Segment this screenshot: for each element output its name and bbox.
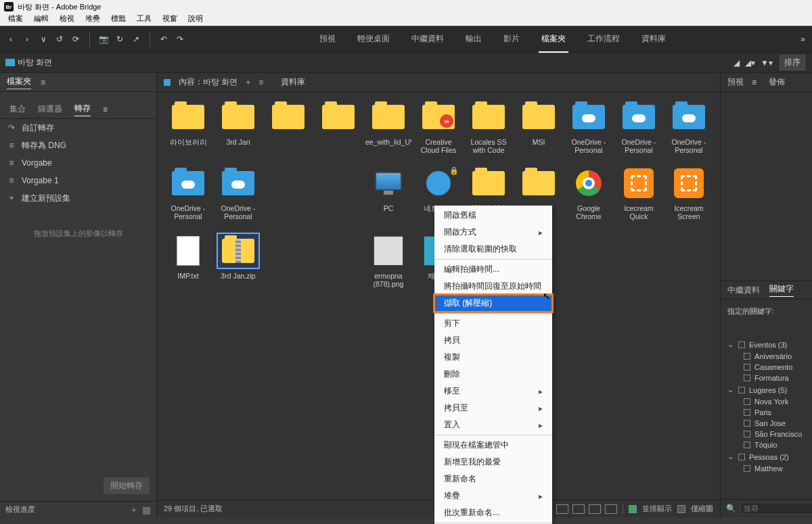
context-menu-item[interactable]: 移至▸ <box>434 383 552 400</box>
thumb-quality-icon[interactable]: ◢ <box>734 58 740 68</box>
camera-icon[interactable]: 📷 <box>97 32 110 46</box>
context-menu-item[interactable]: 複製 <box>434 349 552 366</box>
context-menu-item[interactable]: 新增至我的最愛 <box>434 454 552 471</box>
grid-item[interactable]: OneDrive - Personal <box>616 100 662 154</box>
list-view-icon[interactable] <box>605 504 617 514</box>
subtab[interactable]: 篩選器 <box>38 103 62 115</box>
history-icon[interactable]: ↺ <box>53 32 66 46</box>
grid-item[interactable]: ee_with_lid_UVs <box>365 100 411 154</box>
context-menu-item[interactable]: 堆疊▸ <box>434 487 552 504</box>
context-menu-item[interactable]: 將拍攝時間回復至原始時間 <box>434 278 552 295</box>
context-menu-item[interactable]: 編輯拍攝時間... <box>434 261 552 278</box>
export-item[interactable]: ≡Vorgabe <box>0 154 156 172</box>
grid-item[interactable]: OneDrive - Personal <box>165 166 211 222</box>
menubar-item[interactable]: 檔案 <box>3 14 28 26</box>
workspace-tab[interactable]: 檔案夾 <box>539 26 568 53</box>
keyword-item[interactable]: Formatura <box>727 373 805 383</box>
grid-item[interactable]: ermopna (878).png <box>365 234 411 288</box>
grid-item[interactable]: OneDrive - Personal <box>215 166 261 222</box>
menubar-item[interactable]: 工具 <box>131 14 157 26</box>
workspace-more-icon[interactable]: » <box>794 34 812 44</box>
workspace-tab[interactable]: 輸出 <box>463 26 484 53</box>
keyword-group[interactable]: ⌄Eventos (3) <box>727 338 805 351</box>
grid-item[interactable]: Icecream Screen Recorder 7 <box>666 166 712 222</box>
right-tab[interactable]: 關鍵字 <box>769 283 794 297</box>
panel-menu-icon[interactable]: ≡ <box>103 105 108 114</box>
context-menu-item[interactable]: 拷貝至▸ <box>434 400 552 416</box>
keyword-checkbox[interactable] <box>744 442 750 448</box>
workspace-tab[interactable]: 資料庫 <box>639 26 669 53</box>
grid-item[interactable]: 라이브러리 <box>165 100 211 154</box>
context-menu-item[interactable]: 顯現在檔案總管中 <box>434 437 552 454</box>
grid-icon[interactable]: ▦ <box>142 504 151 515</box>
workspace-tab[interactable]: 輕便桌面 <box>355 26 392 53</box>
context-menu-item[interactable]: 置入▸ <box>434 416 552 433</box>
keyword-checkbox[interactable] <box>744 364 750 371</box>
export-item[interactable]: ↷自訂轉存 <box>0 119 156 137</box>
library-tab[interactable]: 資料庫 <box>281 76 305 88</box>
keyword-item[interactable]: Tóquio <box>727 439 805 450</box>
keyword-item[interactable]: San Jose <box>727 418 805 429</box>
workspace-tab[interactable]: 影片 <box>501 26 522 53</box>
start-export-button[interactable]: 開始轉存 <box>104 477 150 494</box>
view-progress-label[interactable]: 檢視進度 <box>5 504 35 515</box>
grid-view-icon[interactable] <box>556 504 568 514</box>
context-menu-item[interactable]: 刪除 <box>434 366 552 383</box>
context-menu-item[interactable]: 批次重新命名... <box>434 504 552 521</box>
undo-icon[interactable]: ↶ <box>157 32 171 46</box>
rotate-icon[interactable]: ↻ <box>113 32 127 46</box>
dropdown-icon[interactable]: ∨ <box>37 32 50 46</box>
keyword-item[interactable]: Aniversário <box>727 351 805 362</box>
grid-item[interactable]: Icecream Quick Screenshot <box>616 166 662 222</box>
menubar-item[interactable]: 視窗 <box>157 14 183 26</box>
grid-item[interactable]: Google Chrome <box>566 166 612 222</box>
menubar-item[interactable]: 說明 <box>183 14 208 26</box>
grid-item[interactable] <box>315 100 361 154</box>
panel-menu-icon[interactable]: ≡ <box>752 78 757 87</box>
rating-filter-icon[interactable]: ◢▾ <box>745 58 755 68</box>
show-items-checkbox[interactable] <box>629 505 637 513</box>
grid-item[interactable]: 3rd Jan.zip <box>215 234 261 288</box>
menubar-item[interactable]: 堆疊 <box>80 14 106 26</box>
menubar-item[interactable]: 檢視 <box>54 14 80 26</box>
keyword-item[interactable]: Nova York <box>727 396 805 407</box>
keyword-item[interactable]: Paris <box>727 407 805 418</box>
keyword-group[interactable]: ⌄Lugares (5) <box>727 383 805 396</box>
panel-menu-icon[interactable]: ≡ <box>258 78 263 87</box>
sort-button[interactable]: 排序 <box>778 53 807 72</box>
context-menu-item[interactable]: 擷取 (解壓縮) <box>434 295 552 312</box>
keyword-item[interactable]: Matthew <box>727 463 805 474</box>
keyword-checkbox[interactable] <box>744 353 750 360</box>
keyword-search-input[interactable] <box>740 502 812 515</box>
context-menu-item[interactable]: 清除選取範圍的快取 <box>434 241 552 258</box>
grid-item[interactable]: Locales SS with Code <box>466 100 512 154</box>
subtab[interactable]: 轉存 <box>74 103 91 116</box>
export-item[interactable]: +建立新預設集 <box>0 189 156 207</box>
keyword-item[interactable]: São Francisco <box>727 429 805 439</box>
publish-tab[interactable]: 發佈 <box>769 76 785 88</box>
lock-grid-icon[interactable] <box>572 504 585 514</box>
subtab[interactable]: 集合 <box>9 103 26 115</box>
right-tab[interactable]: 中繼資料 <box>727 285 760 296</box>
keyword-checkbox[interactable] <box>744 465 750 472</box>
context-menu-item[interactable]: 開啟方式▸ <box>434 224 552 241</box>
keyword-checkbox[interactable] <box>744 398 750 405</box>
grid-item[interactable]: OneDrive - Personal <box>666 100 712 154</box>
grid-item[interactable]: PC <box>365 166 411 222</box>
add-tab-icon[interactable]: + <box>246 78 250 87</box>
grid-item[interactable]: OneDrive - Personal <box>566 100 612 154</box>
redo-icon[interactable]: ↷ <box>173 32 187 46</box>
keyword-checkbox[interactable] <box>738 454 745 460</box>
refresh-button[interactable]: ⟳ <box>69 32 83 46</box>
add-icon[interactable]: + <box>131 504 137 515</box>
panel-menu-icon[interactable]: ≡ <box>41 78 45 87</box>
workspace-tab[interactable]: 預視 <box>317 26 338 53</box>
filter-icon[interactable]: ▼▾ <box>761 58 773 68</box>
context-menu-item[interactable]: 剪下 <box>434 315 552 332</box>
breadcrumb[interactable]: 바탕 화면 <box>5 57 52 68</box>
keyword-checkbox[interactable] <box>738 387 745 394</box>
grid-item[interactable]: MSI <box>516 100 562 154</box>
keyword-item[interactable]: Casamento <box>727 362 805 373</box>
keyword-checkbox[interactable] <box>744 431 750 437</box>
keyword-checkbox[interactable] <box>744 420 750 427</box>
